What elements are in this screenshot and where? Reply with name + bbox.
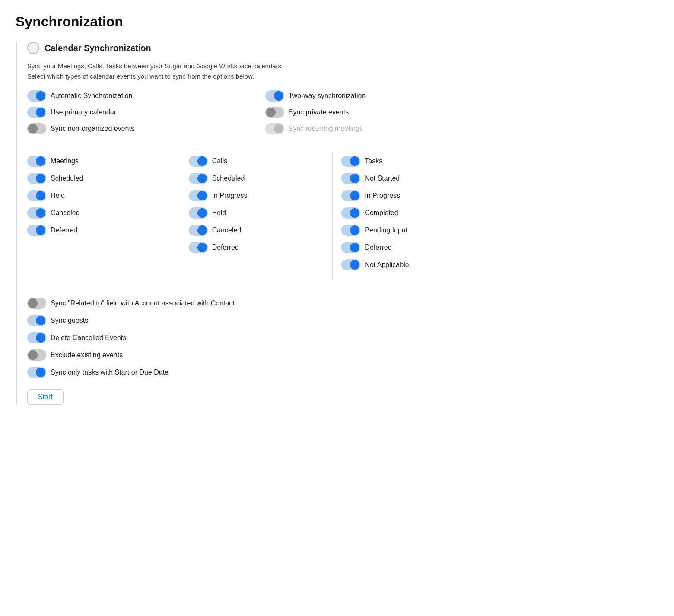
sync-guests-label: Sync guests <box>51 317 88 324</box>
calendar-section: Calendar Synchronization Sync your Meeti… <box>16 42 486 405</box>
recurring-toggle <box>265 123 284 134</box>
meetings-scheduled[interactable]: Scheduled <box>27 173 171 184</box>
toggle-related-to[interactable]: Sync "Related to" field with Account ass… <box>27 298 486 309</box>
sync-tasks-date-label: Sync only tasks with Start or Due Date <box>51 368 168 376</box>
primary-calendar-label: Use primary calendar <box>51 108 116 116</box>
meetings-scheduled-label: Scheduled <box>51 175 83 182</box>
calendar-sync-title: Calendar Synchronization <box>45 43 151 53</box>
toggle-sync-private[interactable]: Sync private events <box>265 107 486 118</box>
calls-header-item[interactable]: Calls <box>189 156 324 167</box>
tasks-pendinginput-label: Pending Input <box>365 226 407 234</box>
tasks-deferred[interactable]: Deferred <box>341 242 477 253</box>
meetings-deferred-label: Deferred <box>51 226 77 234</box>
toggle-delete-cancelled[interactable]: Delete Cancelled Events <box>27 332 486 343</box>
non-organized-label: Sync non-organized events <box>51 125 134 133</box>
calendar-description: Sync your Meetings, Calls, Tasks between… <box>27 61 486 82</box>
delete-cancelled-label: Delete Cancelled Events <box>51 334 126 342</box>
meetings-held[interactable]: Held <box>27 190 171 201</box>
toggle-two-way[interactable]: Two-way synchronization <box>265 90 486 102</box>
meetings-column: Meetings Scheduled Held Canceled Deferre… <box>27 152 180 280</box>
meetings-canceled[interactable]: Canceled <box>27 207 171 219</box>
tasks-completed[interactable]: Completed <box>341 207 477 219</box>
toggle-primary-calendar[interactable]: Use primary calendar <box>27 107 248 118</box>
tasks-notstarted[interactable]: Not Started <box>341 173 477 184</box>
related-to-label: Sync "Related to" field with Account ass… <box>51 299 235 307</box>
page-title: Synchronization <box>16 14 486 30</box>
sync-private-label: Sync private events <box>289 108 349 116</box>
bottom-toggles: Sync "Related to" field with Account ass… <box>27 298 486 378</box>
calls-held-label: Held <box>212 209 226 217</box>
meetings-canceled-label: Canceled <box>51 209 80 217</box>
calls-canceled-label: Canceled <box>212 226 242 234</box>
calls-header-label: Calls <box>212 157 228 165</box>
meetings-deferred[interactable]: Deferred <box>27 225 171 236</box>
calls-column: Calls Scheduled In Progress Held Cancele… <box>180 152 333 280</box>
meetings-header-item[interactable]: Meetings <box>27 156 171 167</box>
primary-calendar-toggle[interactable] <box>27 107 46 118</box>
tasks-header-item[interactable]: Tasks <box>341 156 477 167</box>
sync-private-toggle[interactable] <box>265 107 284 118</box>
two-way-label: Two-way synchronization <box>289 92 366 100</box>
tasks-header-label: Tasks <box>365 157 382 165</box>
auto-sync-toggle[interactable] <box>27 90 46 102</box>
exclude-existing-label: Exclude existing events <box>51 351 123 359</box>
calls-held[interactable]: Held <box>189 207 324 219</box>
meetings-header-label: Meetings <box>51 157 79 165</box>
tasks-inprogress-label: In Progress <box>365 192 400 200</box>
auto-sync-label: Automatic Synchronization <box>51 92 132 100</box>
calls-scheduled[interactable]: Scheduled <box>189 173 324 184</box>
toggle-recurring: Sync recurring meetings <box>265 123 486 134</box>
tasks-deferred-label: Deferred <box>365 244 391 251</box>
section-header: Calendar Synchronization <box>27 42 486 54</box>
calls-scheduled-label: Scheduled <box>212 175 245 182</box>
toggle-sync-guests[interactable]: Sync guests <box>27 315 486 326</box>
two-way-toggle[interactable] <box>265 90 284 102</box>
toggle-non-organized[interactable]: Sync non-organized events <box>27 123 248 134</box>
recurring-label: Sync recurring meetings <box>289 125 363 133</box>
tasks-pendinginput[interactable]: Pending Input <box>341 225 477 236</box>
toggle-sync-tasks-date[interactable]: Sync only tasks with Start or Due Date <box>27 367 486 378</box>
calendar-sync-radio[interactable] <box>27 42 39 54</box>
tasks-notapplicable[interactable]: Not Applicable <box>341 259 477 270</box>
start-button[interactable]: Start <box>27 389 64 405</box>
calls-canceled[interactable]: Canceled <box>189 225 324 236</box>
tasks-notapplicable-label: Not Applicable <box>365 261 409 269</box>
divider-1 <box>27 143 486 143</box>
toggle-exclude-existing[interactable]: Exclude existing events <box>27 349 486 361</box>
categories-grid: Meetings Scheduled Held Canceled Deferre… <box>27 152 486 280</box>
toggle-auto-sync[interactable]: Automatic Synchronization <box>27 90 248 102</box>
tasks-column: Tasks Not Started In Progress Completed … <box>333 152 486 280</box>
calls-deferred-label: Deferred <box>212 244 239 251</box>
main-toggles-grid: Automatic Synchronization Two-way synchr… <box>27 90 486 134</box>
tasks-completed-label: Completed <box>365 209 398 217</box>
calls-inprogress[interactable]: In Progress <box>189 190 324 201</box>
calls-inprogress-label: In Progress <box>212 192 248 200</box>
tasks-notstarted-label: Not Started <box>365 175 400 182</box>
tasks-inprogress[interactable]: In Progress <box>341 190 477 201</box>
non-organized-toggle[interactable] <box>27 123 46 134</box>
meetings-held-label: Held <box>51 192 65 200</box>
divider-2 <box>27 289 486 289</box>
calls-deferred[interactable]: Deferred <box>189 242 324 253</box>
